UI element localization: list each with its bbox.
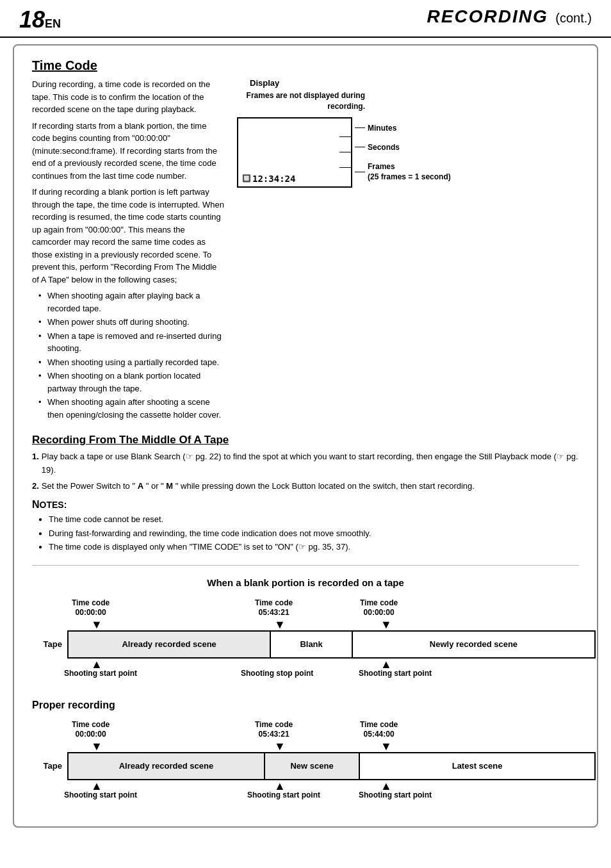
- proper-shooting-row: Shooting start point Shooting start poin…: [32, 790, 596, 808]
- display-timecode: 🔲 12:34:24: [242, 174, 295, 184]
- step-1: 1. Play back a tape or use Blank Search …: [32, 450, 579, 477]
- proper-up-arrows: ▲ ▲ ▲: [32, 780, 596, 790]
- blank-tape-label: Tape: [32, 639, 67, 649]
- blank-shoot-2: Shooting start point: [359, 669, 432, 678]
- blank-tc-2: Time code00:00:00: [360, 598, 398, 618]
- proper-seg-new: New scene: [265, 753, 360, 779]
- proper-seg-latest: Latest scene: [360, 753, 594, 779]
- proper-seg-latest-text: Latest scene: [452, 761, 503, 771]
- proper-arrow-down-1: ▼: [274, 741, 286, 752]
- main-content-box: Time Code During recording, a time code …: [13, 44, 598, 828]
- blank-seg-blank: Blank: [271, 632, 353, 657]
- note-1: During fast-forwarding and rewinding, th…: [38, 527, 579, 540]
- blank-seg-blank-text: Blank: [300, 639, 322, 649]
- proper-tc-0: Time code00:00:00: [72, 720, 110, 740]
- step-1-text: Play back a tape or use Blank Search (☞ …: [42, 450, 579, 477]
- display-area: Frames are not displayed during recordin…: [237, 90, 451, 188]
- header-title-group: RECORDING (cont.): [427, 6, 592, 27]
- step-2-text: Set the Power Switch to " A " or " M " w…: [42, 480, 475, 493]
- blank-arrow-down-2: ▼: [380, 619, 392, 630]
- blank-up-arrows: ▲ ▲: [32, 659, 596, 669]
- bullet-1: When power shuts off during shooting.: [38, 316, 224, 329]
- blank-tape-bar: Already recorded scene Blank Newly recor…: [67, 630, 596, 659]
- timecode-para-2: If recording starts from a blank portion…: [32, 120, 224, 183]
- proper-timecode-row: Time code00:00:00 Time code05:43:21 Time…: [32, 720, 596, 741]
- step-1-num: 1.: [32, 450, 39, 477]
- minutes-label-row: Minutes: [355, 124, 451, 133]
- display-annotations: Minutes Seconds Frames(25 frames = 1 sec…: [355, 117, 451, 188]
- blank-diagram-section: When a blank portion is recorded on a ta…: [32, 577, 579, 808]
- display-with-lines: 🔲 12:34:24: [237, 117, 451, 188]
- blank-seg-newly: Newly recorded scene: [353, 632, 594, 657]
- blank-shoot-1: Shooting stop point: [241, 669, 313, 678]
- blank-down-arrows: ▼ ▼ ▼: [32, 619, 596, 630]
- blank-tc-1: Time code05:43:21: [255, 598, 293, 618]
- header-title: RECORDING: [427, 6, 548, 26]
- frames-label: Frames(25 frames = 1 second): [368, 162, 451, 182]
- blank-timecode-row: Time code00:00:00 Time code05:43:21 Time…: [32, 598, 596, 619]
- blank-seg-newly-text: Newly recorded scene: [430, 639, 517, 649]
- display-icon: 🔲: [242, 174, 251, 183]
- bullet-2: When a tape is removed and re-inserted d…: [38, 330, 224, 355]
- frames-note: Frames are not displayed during recordin…: [237, 90, 365, 112]
- frames-line: [355, 172, 365, 172]
- notes-section: NOTES: The time code cannot be reset. Du…: [32, 499, 579, 553]
- page-suffix: EN: [45, 17, 61, 30]
- blank-arrow-down-1: ▼: [274, 619, 286, 630]
- blank-shoot-0: Shooting start point: [64, 669, 137, 678]
- proper-arrow-down-2: ▼: [380, 741, 392, 752]
- bullet-3: When shooting using a partially recorded…: [38, 356, 224, 369]
- note-2: The time code is displayed only when "TI…: [38, 541, 579, 553]
- seconds-label-row: Seconds: [355, 143, 451, 152]
- blank-seg-already-text: Already recorded scene: [122, 639, 216, 649]
- divider: [32, 565, 579, 566]
- bullet-0: When shooting again after playing back a…: [38, 290, 224, 315]
- display-label: Display: [250, 78, 279, 88]
- proper-arrow-down-0: ▼: [91, 741, 102, 752]
- recording-middle-section: Recording From The Middle Of A Tape 1. P…: [32, 434, 579, 553]
- page-header: 18EN RECORDING (cont.): [0, 0, 611, 38]
- display-screen-col: Frames are not displayed during recordin…: [237, 90, 451, 188]
- proper-shoot-0: Shooting start point: [64, 790, 137, 799]
- page-number: 18EN: [19, 6, 61, 33]
- bullet-5: When shooting again after shooting a sce…: [38, 396, 224, 421]
- proper-shoot-1: Shooting start point: [247, 790, 320, 799]
- step-2: 2. Set the Power Switch to " A " or " M …: [32, 480, 579, 493]
- section-title-middle: Recording From The Middle Of A Tape: [32, 434, 579, 446]
- blank-tape-bar-row: Tape Already recorded scene Blank Newly …: [32, 630, 596, 659]
- proper-shoot-2: Shooting start point: [359, 790, 432, 799]
- timecode-display-col: Display Frames are not displayed during …: [237, 78, 579, 427]
- frames-label-row: Frames(25 frames = 1 second): [355, 162, 451, 182]
- timecode-para-1: During recording, a time code is recorde…: [32, 78, 224, 116]
- timecode-section: Time Code During recording, a time code …: [32, 58, 579, 427]
- blank-tape-diagram: Time code00:00:00 Time code05:43:21 Time…: [32, 598, 579, 687]
- proper-tape-bar-row: Tape Already recorded scene New scene La…: [32, 752, 596, 780]
- proper-tape-diagram: Time code00:00:00 Time code05:43:21 Time…: [32, 720, 579, 808]
- proper-seg-new-text: New scene: [290, 761, 333, 771]
- display-screen: 🔲 12:34:24: [237, 117, 352, 188]
- blank-arrow-down-0: ▼: [91, 619, 102, 630]
- minutes-label: Minutes: [368, 124, 396, 133]
- bullet-4: When shooting on a blank portion located…: [38, 370, 224, 395]
- proper-diagram-title: Proper recording: [32, 700, 579, 711]
- proper-seg-already: Already recorded scene: [69, 753, 265, 779]
- proper-tape-label: Tape: [32, 761, 67, 771]
- timecode-value: 12:34:24: [252, 174, 295, 184]
- note-0: The time code cannot be reset.: [38, 513, 579, 526]
- step-2-num: 2.: [32, 480, 39, 493]
- notes-title: NOTES:: [32, 499, 579, 511]
- timecode-para-3: If during recording a blank portion is l…: [32, 186, 224, 286]
- section-title-timecode: Time Code: [32, 58, 579, 73]
- proper-diagram-section: Proper recording Time code00:00:00 Time …: [32, 700, 579, 808]
- timecode-text-col: During recording, a time code is recorde…: [32, 78, 224, 427]
- blank-seg-already: Already recorded scene: [69, 632, 271, 657]
- blank-shooting-row: Shooting start point Shooting stop point…: [32, 669, 596, 687]
- header-cont: (cont.): [555, 11, 592, 25]
- proper-tc-2: Time code05:44:00: [360, 720, 398, 740]
- timecode-content: During recording, a time code is recorde…: [32, 78, 579, 427]
- minutes-line: [355, 127, 365, 128]
- proper-seg-already-text: Already recorded scene: [119, 761, 213, 771]
- proper-down-arrows: ▼ ▼ ▼: [32, 741, 596, 752]
- seconds-label: Seconds: [368, 143, 400, 152]
- blank-tc-0: Time code00:00:00: [72, 598, 110, 618]
